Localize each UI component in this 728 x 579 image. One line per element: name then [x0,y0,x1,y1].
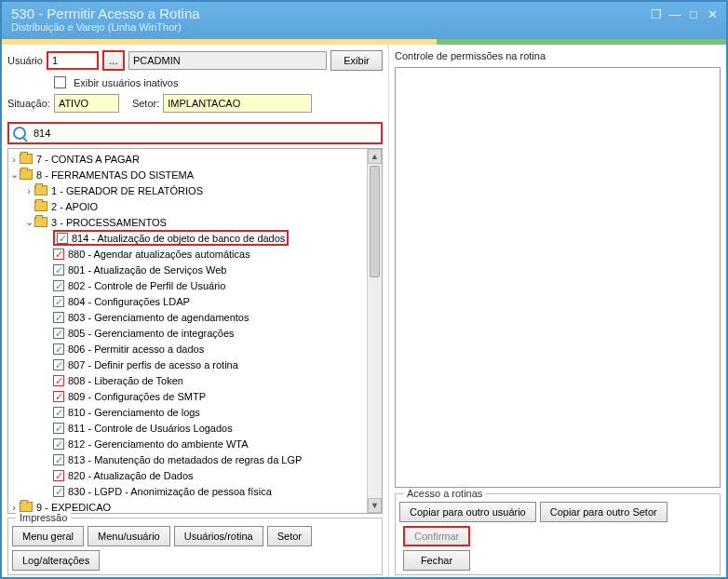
routine-label[interactable]: 801 - Atualização de Serviços Web [68,264,226,276]
usuario-input[interactable] [47,51,99,70]
routine-tree: ›7 - CONTAS A PAGAR⌄8 - FERRAMENTAS DO S… [7,148,383,514]
scroll-down-button[interactable]: ▼ [368,498,382,513]
window-subtitle: Distribuição e Varejo (Linha WinThor) [11,21,717,33]
permissions-panel [395,67,721,488]
impressao-menu-geral-button[interactable]: Menu geral [12,526,84,546]
impressao-usu-rios-rotina-button[interactable]: Usuários/rotina [174,526,263,546]
routine-checkbox[interactable]: ✓ [53,407,64,418]
right-panel: Controle de permissões na rotina Acesso … [388,45,726,577]
routine-label[interactable]: 880 - Agendar atualizações automáticas [68,249,250,260]
search-icon [13,127,26,140]
routine-checkbox[interactable]: ✓ [53,312,64,323]
search-input[interactable] [32,125,377,141]
impressao-group: Impressão Menu geralMenu/usuárioUsuários… [7,518,383,575]
routine-label[interactable]: 808 - Liberação de Token [68,375,183,386]
minimize-icon[interactable]: — [668,7,681,20]
folder-icon [34,185,47,195]
scroll-up-button[interactable]: ▲ [368,149,382,164]
app-window: 530 - Permitir Acesso a Rotina Distribui… [0,0,728,579]
routine-checkbox[interactable]: ✓ [53,296,64,307]
tree-node-label[interactable]: 3 - PROCESSAMENTOS [51,217,167,228]
tree-twisty[interactable]: ⌄ [8,168,20,181]
routine-label[interactable]: 830 - LGPD - Anonimização de pessoa físi… [68,486,272,497]
usuario-name-display [128,51,327,70]
routine-label[interactable]: 807 - Definir perfis de acesso a rotina [68,359,238,370]
permissions-header: Controle de permissões na rotina [395,50,721,61]
routine-label[interactable]: 811 - Controle de Usuários Logados [68,423,233,434]
window-title: 530 - Permitir Acesso a Rotina [11,6,717,21]
tree-node-label[interactable]: 1 - GERADOR DE RELATÓRIOS [51,185,203,196]
usuario-label: Usuário [7,55,43,66]
tree-twisty[interactable]: › [8,154,20,165]
tree-twisty[interactable]: ⌄ [23,216,34,228]
left-panel: Usuário ... Exibir Exibir usuários inati… [2,45,388,577]
routine-label[interactable]: 809 - Configurações de SMTP [68,391,206,402]
fechar-button[interactable]: Fechar [403,550,470,571]
setor-label: Setor: [132,98,159,109]
routine-checkbox[interactable]: ✓ [53,328,64,339]
routine-label[interactable]: 813 - Manutenção do metadados de regras … [68,454,302,465]
situacao-label: Situação: [7,98,50,109]
routine-checkbox[interactable]: ✓ [53,359,64,370]
impressao-menu-usu-rio-button[interactable]: Menu/usuário [88,526,170,546]
restore-icon[interactable]: ❐ [650,7,663,20]
exibir-button[interactable]: Exibir [330,50,383,71]
folder-icon [20,154,33,164]
folder-icon [20,502,33,512]
folder-icon [34,217,47,227]
title-bar: 530 - Permitir Acesso a Rotina Distribui… [2,2,726,39]
routine-checkbox[interactable]: ✓ [53,264,64,276]
copiar-usuario-button[interactable]: Copiar para outro usuário [399,502,536,522]
tree-twisty[interactable]: › [8,502,20,513]
usuario-lookup-button[interactable]: ... [102,50,125,71]
routine-checkbox[interactable]: ✓ [53,423,64,434]
search-box [7,122,383,144]
acesso-legend: Acesso a rotinas [403,488,486,499]
scroll-thumb[interactable] [370,166,380,277]
routine-checkbox[interactable]: ✓ [53,391,64,402]
routine-label[interactable]: 802 - Controle de Perfil de Usuário [68,280,225,291]
routine-checkbox[interactable]: ✓ [53,249,64,260]
tree-node-label[interactable]: 2 - APOIO [51,201,98,212]
impressao-log-altera-es-button[interactable]: Log/alterações [12,550,100,571]
routine-checkbox[interactable]: ✓ [53,454,64,465]
tree-twisty[interactable]: › [23,185,34,196]
routine-label[interactable]: 812 - Gerenciamento do ambiente WTA [68,438,249,450]
routine-label[interactable]: 803 - Gerenciamento de agendamentos [68,312,249,323]
routine-checkbox[interactable]: ✓ [53,375,64,386]
routine-label[interactable]: 820 - Atualização de Dados [68,470,194,481]
confirmar-button[interactable]: Confirmar [403,526,470,546]
routine-label[interactable]: 806 - Permitir acesso a dados [68,343,204,355]
tree-scrollbar[interactable]: ▲ ▼ [367,149,382,513]
acesso-group: Acesso a rotinas Copiar para outro usuár… [395,493,721,575]
tree-node-label[interactable]: 7 - CONTAS A PAGAR [36,154,140,165]
impressao-legend: Impressão [16,512,71,523]
setor-value [163,94,312,113]
tree-node-label[interactable]: 9 - EXPEDICAO [36,502,111,513]
copiar-setor-button[interactable]: Copiar para outro Setor [540,502,667,522]
close-icon[interactable]: ✕ [706,7,719,20]
maximize-icon[interactable]: □ [687,7,700,20]
routine-checkbox[interactable]: ✓ [57,233,68,244]
routine-label[interactable]: 804 - Configurações LDAP [68,296,190,307]
routine-label[interactable]: 805 - Gerenciamento de integrações [68,328,235,339]
tree-node-label[interactable]: 8 - FERRAMENTAS DO SISTEMA [36,169,194,181]
routine-checkbox[interactable]: ✓ [53,438,64,450]
routine-checkbox[interactable]: ✓ [53,280,64,291]
inativos-label: Exibir usuários inativos [74,77,179,88]
folder-icon [20,169,33,180]
impressao-setor-button[interactable]: Setor [267,526,312,546]
inativos-checkbox[interactable] [54,76,66,88]
routine-label[interactable]: 814 - Atualização de objeto de banco de … [72,233,285,244]
routine-checkbox[interactable]: ✓ [53,470,64,481]
routine-label[interactable]: 810 - Gerenciamento de logs [68,407,200,418]
folder-icon [34,201,47,211]
routine-checkbox[interactable]: ✓ [53,486,64,497]
routine-checkbox[interactable]: ✓ [53,343,64,355]
situacao-value [54,94,119,113]
